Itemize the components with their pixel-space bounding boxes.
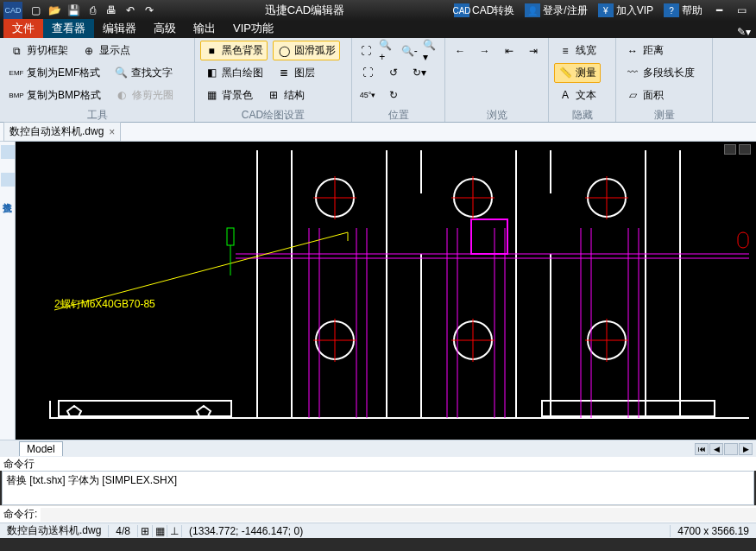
document-tabs: 数控自动送料机.dwg × (0, 123, 756, 142)
rotate-left-icon[interactable]: ↺ (383, 63, 404, 82)
command-prompt: 命令行: (3, 507, 37, 522)
copy-bmp-button[interactable]: BMP复制为BMP格式 (5, 86, 105, 105)
tab-viewer[interactable]: 查看器 (43, 19, 94, 38)
status-size: 4700 x 3566.19 (670, 525, 756, 537)
zoom-dropdown-icon[interactable]: 🔍▾ (423, 41, 439, 60)
cut-frame-button[interactable]: ⧉剪切框架 (5, 41, 72, 60)
side-toggle2-icon[interactable] (1, 173, 15, 187)
app-title: 迅捷CAD编辑器 (159, 3, 450, 18)
close-icon[interactable]: × (109, 126, 115, 138)
rotate-right-icon[interactable]: ↻ (383, 86, 404, 104)
find-text-button[interactable]: 🔍查找文字 (110, 63, 177, 83)
svg-rect-9 (738, 232, 748, 248)
svg-rect-8 (471, 219, 507, 254)
scroll-prev-icon[interactable]: ◀ (709, 443, 723, 455)
maximize-icon[interactable]: ▭ (732, 2, 751, 19)
print-icon[interactable]: 🖶 (102, 2, 121, 19)
group-browse-label: 浏览 (445, 108, 548, 122)
distance-button[interactable]: ↔距离 (621, 41, 668, 60)
redo-icon[interactable]: ↷ (140, 2, 159, 19)
command-input[interactable] (41, 508, 756, 522)
prev-icon[interactable]: ← (450, 41, 469, 60)
document-tab-label: 数控自动送料机.dwg (9, 124, 104, 139)
scroll-next-icon[interactable]: ▶ (739, 443, 753, 455)
canvas-annotation: 2螺钉M6X40GB70-85 (54, 298, 155, 310)
new-icon[interactable]: ▢ (26, 2, 45, 19)
scroll-first-icon[interactable]: ⏮ (695, 443, 709, 455)
quick-access-toolbar: ▢ 📂 💾 ⎙ 🖶 ↶ ↷ (26, 2, 159, 19)
undo-icon[interactable]: ↶ (121, 2, 140, 19)
group-hide-label: 隐藏 (549, 108, 615, 122)
command-input-row: 命令行: (0, 505, 756, 522)
last-icon[interactable]: ⇥ (524, 41, 543, 60)
status-ortho-icon[interactable]: ⊥ (167, 525, 181, 537)
smooth-arc-button[interactable]: ◯圆滑弧形 (273, 41, 340, 60)
polyline-button[interactable]: 〰多段线长度 (621, 63, 699, 83)
zoom-in-icon[interactable]: 🔍+ (379, 41, 395, 60)
minimize-icon[interactable]: ━ (709, 2, 728, 19)
status-coords: (1334.772; -1446.147; 0) (181, 525, 310, 537)
ribbon: ⧉剪切框架 ⊕显示点 EMF复制为EMF格式 🔍查找文字 BMP复制为BMP格式… (0, 38, 756, 123)
svg-rect-10 (227, 228, 234, 245)
status-snap-icon[interactable]: ⊞ (137, 525, 152, 537)
next-icon[interactable]: → (475, 41, 494, 60)
status-file: 数控自动送料机.dwg (0, 523, 108, 538)
model-tab[interactable]: Model (19, 441, 63, 456)
group-tools-label: 工具 (0, 108, 194, 122)
help-button[interactable]: ?帮助 (660, 3, 706, 18)
group-position-label: 位置 (352, 108, 444, 122)
command-output: 替换 [txt.shx] 字体为 [SIMPLEX.SHX] (2, 471, 754, 505)
tab-file[interactable]: 文件 (3, 19, 43, 38)
rotate-dropdown-icon[interactable]: ↻▾ (409, 63, 430, 82)
drawing-canvas[interactable]: 2螺钉M6X40GB70-85 (16, 142, 756, 440)
edit-light-button[interactable]: ◐修剪光圈 (110, 86, 178, 105)
line-width-button[interactable]: ≡线宽 (554, 41, 601, 60)
side-panel: 属性 查找替换 (0, 142, 16, 440)
side-toggle-icon[interactable] (1, 145, 15, 159)
bw-draw-button[interactable]: ◧黑白绘图 (200, 63, 268, 83)
area-button[interactable]: ▱面积 (621, 86, 668, 105)
open-icon[interactable]: 📂 (45, 2, 64, 19)
zoom-extents-icon[interactable]: ⛶ (357, 41, 374, 60)
structure-button[interactable]: ⊞结构 (262, 86, 309, 105)
command-section-label: 命令行 (0, 457, 756, 471)
measure-button[interactable]: 📏测量 (554, 63, 601, 83)
scenery-button[interactable]: ▦背景色 (200, 86, 257, 105)
group-measure-label: 测量 (616, 108, 712, 122)
group-cad-label: CAD绘图设置 (195, 108, 351, 122)
login-button[interactable]: 👤登录/注册 (521, 3, 590, 18)
tab-advanced[interactable]: 高级 (145, 19, 185, 38)
app-icon: CAD (3, 2, 22, 19)
svg-rect-0 (59, 401, 231, 416)
zoom-out-icon[interactable]: 🔍- (401, 41, 418, 60)
tab-editor[interactable]: 编辑器 (94, 19, 145, 38)
ribbon-tabs: 文件 查看器 编辑器 高级 输出 VIP功能 ✎▾ (0, 21, 756, 38)
tab-output[interactable]: 输出 (185, 19, 224, 38)
black-bg-button[interactable]: ■黑色背景 (200, 41, 268, 60)
layer-button[interactable]: ≣图层 (273, 63, 319, 83)
fit-icon[interactable]: ⛶ (357, 63, 378, 82)
cad-convert-button[interactable]: CADCAD转换 (450, 3, 518, 18)
customize-icon[interactable]: ✎▾ (732, 26, 756, 38)
first-icon[interactable]: ⇤ (500, 41, 519, 60)
document-tab[interactable]: 数控自动送料机.dwg × (3, 122, 121, 142)
status-grid-icon[interactable]: ▦ (152, 525, 167, 537)
vip-button[interactable]: ¥加入VIP (595, 3, 657, 18)
status-page: 4/8 (108, 525, 137, 537)
save-icon[interactable]: 💾 (64, 2, 83, 19)
tab-vip[interactable]: VIP功能 (224, 19, 282, 38)
workarea: 属性 查找替换 (0, 142, 756, 440)
model-tabs: Model ⏮ ◀ ▶ (0, 440, 756, 457)
angle-icon[interactable]: 45°▾ (357, 86, 378, 104)
text-button[interactable]: A文本 (554, 86, 601, 105)
status-bar: 数控自动送料机.dwg 4/8 ⊞ ▦ ⊥ (1334.772; -1446.1… (0, 522, 756, 538)
titlebar: CAD ▢ 📂 💾 ⎙ 🖶 ↶ ↷ 迅捷CAD编辑器 CADCAD转换 👤登录/… (0, 0, 756, 21)
copy-emf-button[interactable]: EMF复制为EMF格式 (5, 63, 104, 83)
scroll-thumb-icon[interactable] (724, 443, 738, 455)
saveas-icon[interactable]: ⎙ (83, 2, 102, 19)
show-point-button[interactable]: ⊕显示点 (78, 41, 135, 60)
